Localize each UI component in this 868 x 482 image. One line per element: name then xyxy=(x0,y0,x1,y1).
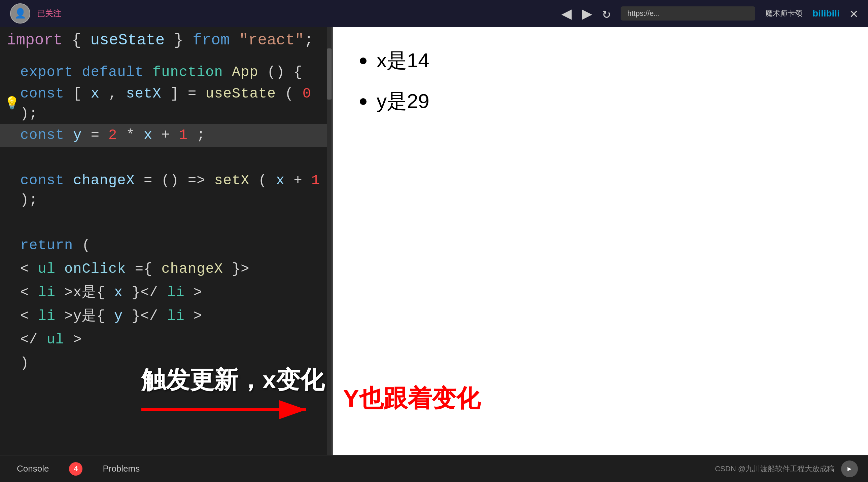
useState-fn: useState xyxy=(205,86,276,102)
right-annotation-container: Y也跟着变化 xyxy=(343,382,480,415)
import-brace-open: { xyxy=(72,32,81,49)
code-text-9: < li >x是{ x }</ li > xyxy=(20,283,325,303)
code-line-4 xyxy=(0,147,332,171)
onClick-attr: onClick xyxy=(64,261,126,277)
code-line-7: return ( xyxy=(0,234,332,257)
magician-label: 魔术师卡颂 xyxy=(765,8,802,19)
right-annotation-text: Y也跟着变化 xyxy=(343,385,480,412)
import-keyword: import xyxy=(7,32,63,49)
code-line-10: < li >y是{ y }</ li > xyxy=(0,304,332,328)
code-line-1: export default function App () { xyxy=(0,61,332,84)
code-line-6 xyxy=(0,210,332,234)
console-tab[interactable]: Console xyxy=(10,460,56,477)
console-badge: 4 xyxy=(69,462,83,476)
bottom-right: CSDN @九川渡船软件工程大放成稿 ▶ xyxy=(715,460,858,477)
var-changeX: changeX xyxy=(73,172,135,189)
bulb-icon: 💡 xyxy=(4,96,20,113)
code-line-5: const changeX = () => setX ( x + 1 ); xyxy=(0,171,332,211)
ul-close-tag: ul xyxy=(47,332,64,348)
close-button[interactable]: ✕ xyxy=(850,5,858,22)
var-x-2: x xyxy=(144,127,152,143)
code-text-10: < li >y是{ y }</ li > xyxy=(20,307,325,326)
gutter-2: 💡 xyxy=(3,96,20,113)
code-text-8: < ul onClick ={ changeX }> xyxy=(20,259,325,279)
num-1-2: 1 xyxy=(311,172,320,189)
import-brace-close: } xyxy=(174,32,183,49)
top-bar-right: ◀ ▶ ↻ https://e... 魔术师卡颂 bilibili ✕ xyxy=(561,5,858,22)
return-kw: return xyxy=(20,237,73,254)
code-text-7: return ( xyxy=(20,236,325,256)
code-line-3: const y = 2 * x + 1 ; xyxy=(0,124,332,147)
var-setX: setX xyxy=(126,86,161,102)
csdn-watermark: CSDN @九川渡船软件工程大放成稿 xyxy=(715,464,834,474)
num-0: 0 xyxy=(303,86,311,102)
num-1: 1 xyxy=(179,127,188,143)
import-line: import { useState } from "react" ; xyxy=(0,27,332,54)
app-parens: () { xyxy=(267,64,303,81)
scrollbar-track[interactable] xyxy=(327,27,332,455)
code-line-9: < li >x是{ x }</ li > xyxy=(0,281,332,304)
li-tag-1: li xyxy=(38,285,55,301)
play-button[interactable]: ▶ xyxy=(841,460,858,477)
back-button[interactable]: ◀ xyxy=(561,6,572,21)
forward-button[interactable]: ▶ xyxy=(582,6,592,21)
url-bar[interactable]: https://e... xyxy=(621,6,755,21)
code-line-2: 💡 const [ x , setX ] = useState ( 0 ); xyxy=(0,84,332,124)
code-text-6 xyxy=(20,212,325,232)
bullet-item-1: x是14 xyxy=(360,47,841,74)
setX-fn: setX xyxy=(214,172,250,189)
const-kw-1: const xyxy=(20,86,64,102)
code-text-1: export default function App () { xyxy=(20,63,325,83)
avatar: 👤 xyxy=(10,3,30,24)
bullet-item-2: y是29 xyxy=(360,88,841,115)
bullet-dot-2 xyxy=(360,98,367,105)
follow-button[interactable]: 已关注 xyxy=(37,8,61,19)
import-react-str: "react" xyxy=(239,32,304,49)
preview-panel: x是14 y是29 Y也跟着变化 xyxy=(333,27,868,455)
code-text-3: const y = 2 * x + 1 ; xyxy=(20,125,325,145)
refresh-icon[interactable]: ↻ xyxy=(602,5,611,22)
code-text-5: const changeX = () => setX ( x + 1 ); xyxy=(20,171,325,211)
num-2: 2 xyxy=(108,127,117,143)
import-semi: ; xyxy=(304,32,313,49)
bullet-text-2: y是29 xyxy=(377,88,430,115)
scrollbar-thumb[interactable] xyxy=(327,49,332,100)
x-jsx-ref: x xyxy=(114,285,123,301)
code-line-11: </ ul > xyxy=(0,328,332,352)
problems-tab[interactable]: Problems xyxy=(96,460,146,477)
code-text-11: </ ul > xyxy=(20,330,325,350)
bullet-dot-1 xyxy=(360,58,367,64)
bullet-text-1: x是14 xyxy=(377,47,430,74)
bilibili-logo: bilibili xyxy=(812,8,840,19)
default-kw: default xyxy=(82,64,144,81)
left-annotation-container: 触发更新，x变化 xyxy=(142,364,324,421)
export-kw: export xyxy=(20,64,73,81)
left-annotation-text: 触发更新，x变化 xyxy=(142,364,324,396)
bottom-bar: Console 4 Problems CSDN @九川渡船软件工程大放成稿 ▶ xyxy=(0,455,868,482)
var-x-3: x xyxy=(276,172,285,189)
y-jsx-ref: y xyxy=(114,308,123,324)
function-kw: function xyxy=(152,64,223,81)
li-tag-2: li xyxy=(38,308,55,324)
const-kw-2: const xyxy=(20,127,64,143)
li-close-2: li xyxy=(167,308,184,324)
top-bar: 👤 已关注 ◀ ▶ ↻ https://e... 魔术师卡颂 bilibili … xyxy=(0,0,868,27)
code-line-8: < ul onClick ={ changeX }> xyxy=(0,257,332,281)
import-from: from xyxy=(192,32,229,49)
import-useState: useState xyxy=(90,32,164,49)
code-text-4 xyxy=(20,149,325,169)
var-x: x xyxy=(91,86,100,102)
code-text-2: const [ x , setX ] = useState ( 0 ); xyxy=(20,84,325,124)
red-arrow-svg xyxy=(142,398,316,421)
code-editor-panel: import { useState } from "react" ; expor… xyxy=(0,27,332,455)
li-close-1: li xyxy=(167,285,184,301)
ul-tag: ul xyxy=(38,261,55,277)
const-kw-3: const xyxy=(20,172,64,189)
top-bar-left: 👤 已关注 xyxy=(10,3,61,24)
main-content: import { useState } from "react" ; expor… xyxy=(0,27,868,455)
app-fn-name: App xyxy=(232,64,258,81)
changeX-val: changeX xyxy=(161,261,223,277)
var-y: y xyxy=(73,127,82,143)
